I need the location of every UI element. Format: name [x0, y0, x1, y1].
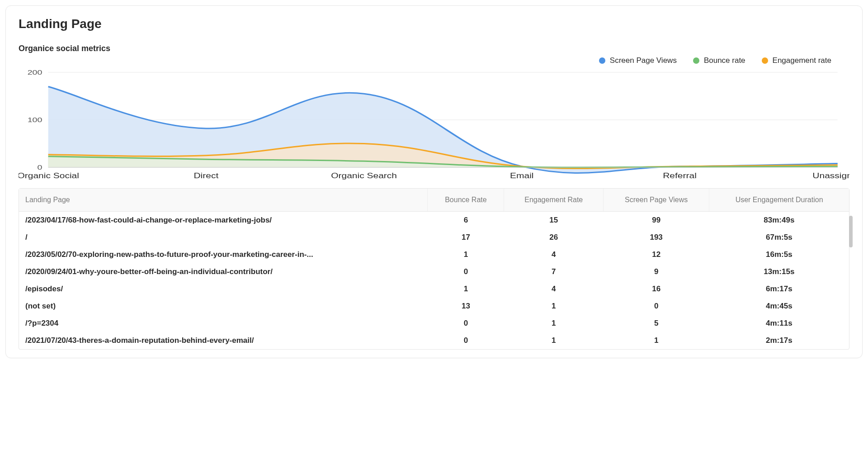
- table-cell: 17: [428, 229, 504, 246]
- landing-page-path-cell: /?p=2304: [19, 315, 428, 332]
- table-row[interactable]: /2023/04/17/68-how-fast-could-ai-change-…: [19, 212, 849, 229]
- table-header-cell[interactable]: User Engagement Duration: [709, 189, 849, 212]
- table-cell: 5: [604, 315, 709, 332]
- table-cell: 99: [604, 212, 709, 229]
- table-cell: 67m:5s: [709, 229, 849, 246]
- table-cell: 4m:11s: [709, 315, 849, 332]
- svg-text:Unassigned: Unassigned: [812, 171, 849, 180]
- svg-text:100: 100: [28, 116, 42, 123]
- table-row[interactable]: /?p=23040154m:11s: [19, 315, 849, 332]
- legend-item[interactable]: Bounce rate: [693, 56, 745, 65]
- landing-page-table: Landing PageBounce RateEngagement RateSc…: [19, 189, 849, 349]
- table-cell: 0: [428, 263, 504, 280]
- svg-text:Email: Email: [510, 171, 533, 180]
- table-cell: 1: [428, 246, 504, 263]
- table-row[interactable]: (not set)13104m:45s: [19, 298, 849, 315]
- landing-page-path-cell: (not set): [19, 298, 428, 315]
- table-cell: 6m:17s: [709, 280, 849, 298]
- table-cell: 83m:49s: [709, 212, 849, 229]
- table-cell: 1: [504, 315, 604, 332]
- landing-page-table-container: Landing PageBounce RateEngagement RateSc…: [19, 188, 849, 350]
- table-cell: 1: [428, 280, 504, 298]
- table-header-cell[interactable]: Screen Page Views: [604, 189, 709, 212]
- table-cell: 4: [504, 246, 604, 263]
- table-cell: 0: [604, 298, 709, 315]
- svg-text:Referral: Referral: [663, 171, 697, 180]
- legend-dot-icon: [762, 57, 768, 64]
- svg-text:Organic Search: Organic Search: [331, 171, 397, 180]
- table-row[interactable]: /2020/09/24/01-why-youre-better-off-bein…: [19, 263, 849, 280]
- table-cell: 2m:17s: [709, 332, 849, 349]
- svg-text:0: 0: [38, 163, 42, 171]
- table-cell: 6: [428, 212, 504, 229]
- table-cell: 1: [504, 298, 604, 315]
- svg-text:Direct: Direct: [193, 171, 219, 180]
- table-cell: 1: [504, 332, 604, 349]
- metrics-area-chart: 0100200Organic SocialDirectOrganic Searc…: [19, 68, 849, 181]
- table-cell: 9: [604, 263, 709, 280]
- legend-dot-icon: [693, 57, 699, 64]
- landing-page-path-cell: /2021/07/20/43-theres-a-domain-reputatio…: [19, 332, 428, 349]
- table-cell: 193: [604, 229, 709, 246]
- landing-page-card: Landing Page Organice social metrics Scr…: [5, 5, 863, 358]
- table-cell: 0: [428, 332, 504, 349]
- chart-legend: Screen Page ViewsBounce rateEngagement r…: [19, 56, 849, 65]
- table-row[interactable]: /2023/05/02/70-exploring-new-paths-to-fu…: [19, 246, 849, 263]
- table-cell: 1: [604, 332, 709, 349]
- svg-text:Organic Social: Organic Social: [19, 171, 79, 180]
- landing-page-path-cell: /episodes/: [19, 280, 428, 298]
- legend-item[interactable]: Screen Page Views: [599, 56, 677, 65]
- page-title: Landing Page: [19, 17, 849, 31]
- table-cell: 0: [428, 315, 504, 332]
- table-cell: 16m:5s: [709, 246, 849, 263]
- table-cell: 4: [504, 280, 604, 298]
- table-row[interactable]: /2021/07/20/43-theres-a-domain-reputatio…: [19, 332, 849, 349]
- table-cell: 16: [604, 280, 709, 298]
- legend-label: Screen Page Views: [610, 56, 677, 65]
- table-cell: 13m:15s: [709, 263, 849, 280]
- scrollbar-thumb[interactable]: [849, 216, 853, 247]
- table-cell: 26: [504, 229, 604, 246]
- landing-page-path-cell: /: [19, 229, 428, 246]
- table-row[interactable]: /episodes/14166m:17s: [19, 280, 849, 298]
- table-cell: 7: [504, 263, 604, 280]
- table-header-cell[interactable]: Engagement Rate: [504, 189, 604, 212]
- page-subtitle: Organice social metrics: [19, 44, 849, 53]
- landing-page-path-cell: /2020/09/24/01-why-youre-better-off-bein…: [19, 263, 428, 280]
- table-row[interactable]: /172619367m:5s: [19, 229, 849, 246]
- landing-page-path-cell: /2023/05/02/70-exploring-new-paths-to-fu…: [19, 246, 428, 263]
- legend-dot-icon: [599, 57, 605, 64]
- table-header-cell[interactable]: Bounce Rate: [428, 189, 504, 212]
- landing-page-path-cell: /2023/04/17/68-how-fast-could-ai-change-…: [19, 212, 428, 229]
- table-cell: 12: [604, 246, 709, 263]
- table-header-cell[interactable]: Landing Page: [19, 189, 428, 212]
- legend-label: Engagement rate: [773, 56, 831, 65]
- table-cell: 13: [428, 298, 504, 315]
- table-cell: 4m:45s: [709, 298, 849, 315]
- table-cell: 15: [504, 212, 604, 229]
- legend-item[interactable]: Engagement rate: [762, 56, 831, 65]
- svg-text:200: 200: [28, 68, 42, 76]
- legend-label: Bounce rate: [704, 56, 745, 65]
